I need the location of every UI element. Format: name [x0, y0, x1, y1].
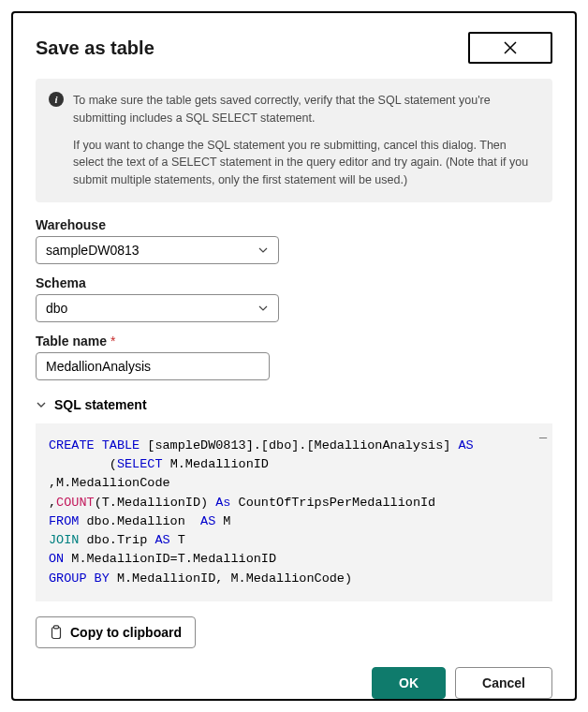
sql-statement-body[interactable]: —CREATE TABLE [sampleDW0813].[dbo].[Meda… [36, 423, 552, 601]
dialog-header: Save as table [36, 32, 552, 64]
schema-select[interactable]: dbo [36, 294, 279, 322]
ok-button[interactable]: OK [372, 667, 446, 699]
copy-label: Copy to clipboard [70, 625, 182, 640]
cancel-button[interactable]: Cancel [455, 667, 552, 699]
svg-rect-1 [54, 626, 59, 629]
dialog-title: Save as table [36, 37, 154, 59]
minimap-marker: — [539, 429, 547, 448]
copy-to-clipboard-button[interactable]: Copy to clipboard [36, 616, 196, 648]
warehouse-value: sampleDW0813 [46, 243, 140, 258]
sql-section-label: SQL statement [54, 397, 147, 412]
copy-row: Copy to clipboard [36, 616, 552, 648]
close-icon [503, 40, 518, 55]
chevron-down-icon [257, 303, 269, 314]
chevron-down-icon [36, 399, 47, 410]
close-button[interactable] [468, 32, 552, 64]
info-message: i To make sure the table gets saved corr… [36, 79, 552, 202]
schema-field: Schema dbo [36, 275, 552, 322]
tablename-label: Table name * [36, 334, 552, 349]
dialog-footer: OK Cancel [36, 667, 552, 699]
warehouse-label: Warehouse [36, 217, 552, 232]
sql-toggle[interactable]: SQL statement [36, 397, 552, 412]
sql-section: SQL statement —CREATE TABLE [sampleDW081… [36, 397, 552, 601]
schema-value: dbo [46, 301, 67, 316]
warehouse-field: Warehouse sampleDW0813 [36, 217, 552, 264]
save-as-table-dialog: Save as table i To make sure the table g… [11, 11, 577, 701]
schema-label: Schema [36, 275, 552, 290]
required-asterisk: * [110, 334, 115, 349]
info-icon: i [49, 92, 64, 107]
tablename-input[interactable] [36, 352, 270, 380]
tablename-field: Table name * [36, 334, 552, 380]
clipboard-icon [50, 625, 63, 640]
info-text-2: If you want to change the SQL statement … [73, 137, 537, 189]
warehouse-select[interactable]: sampleDW0813 [36, 236, 279, 264]
chevron-down-icon [257, 245, 269, 256]
info-text-1: To make sure the table gets saved correc… [73, 92, 537, 127]
